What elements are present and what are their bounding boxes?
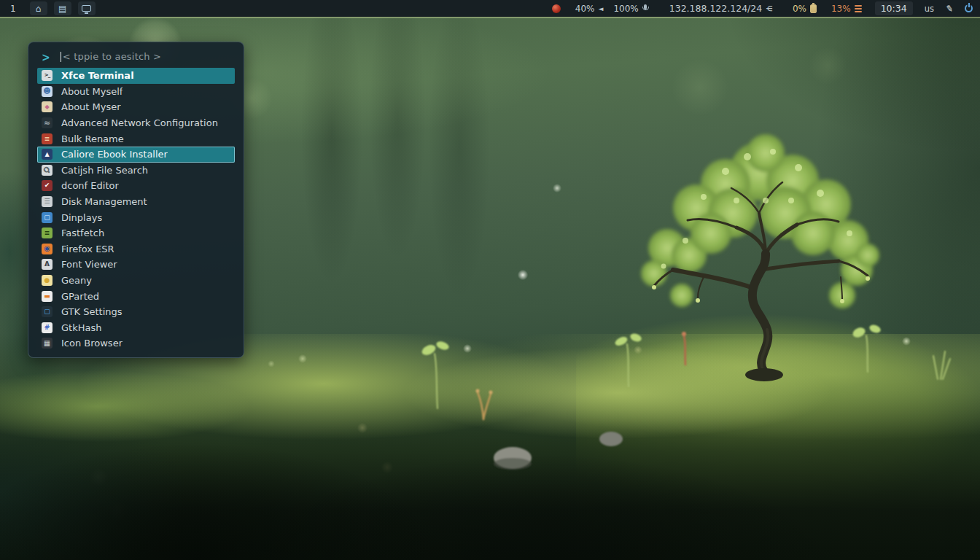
launcher-item-label: About Myser [61, 101, 121, 112]
battery-indicator[interactable]: 0% [793, 4, 817, 14]
ethernet-icon: Ψ [764, 5, 774, 12]
bulk-rename-icon [42, 133, 52, 144]
launcher-item-font-viewer[interactable]: Font Viewer [37, 257, 235, 273]
launcher-item-label: GtkHash [61, 322, 101, 333]
workspace-indicator[interactable]: 1 [7, 4, 19, 14]
search-placeholder: < tppie to aesitch > [63, 51, 161, 62]
display-settings-button[interactable] [78, 1, 96, 15]
photo-icon [42, 101, 52, 112]
launcher-item-calibre-ebook-installer[interactable]: Caliore Ebook Installer [37, 147, 235, 163]
launcher-item-label: dconf Editor [61, 180, 119, 191]
ip-address: 132.188.122.124/24 [669, 3, 762, 14]
menu-bars-icon [855, 5, 862, 12]
launcher-item-displays[interactable]: Dinplays [37, 209, 235, 225]
launcher-item-label: Firefox ESR [61, 244, 114, 254]
clock[interactable]: 10:34 [875, 1, 913, 15]
file-manager-icon: ▤ [58, 4, 66, 14]
launcher-item-gtk-settings[interactable]: GTK Settings [37, 304, 235, 320]
launcher-item-label: About Myself [61, 86, 122, 97]
volume-percent: 40% [575, 4, 595, 14]
calibre-icon [42, 149, 52, 160]
home-icon: ⌂ [36, 4, 42, 14]
usage-indicator[interactable]: 13% [831, 4, 862, 14]
home-launcher-button[interactable]: ⌂ [30, 1, 47, 15]
launcher-item-label: Catijsh File Search [61, 165, 148, 176]
user-icon [42, 86, 52, 97]
pencil-icon[interactable]: ✎ [945, 3, 954, 15]
file-manager-button[interactable]: ▤ [54, 1, 71, 15]
launcher-item-label: Xfce Terminal [61, 70, 134, 81]
prompt-arrow-icon: > [42, 50, 50, 63]
terminal-icon [42, 70, 52, 81]
top-panel: 1 ⌂ ▤ 40% ◄ 100% 132.188.122.124/24 Ψ 0%… [0, 0, 980, 17]
launcher-item-label: GParted [61, 291, 99, 302]
firefox-icon [42, 244, 52, 254]
launcher-item-catfish-file-search[interactable]: Catijsh File Search [37, 163, 235, 179]
launcher-item-xfce-terminal[interactable]: Xfce Terminal [37, 68, 235, 84]
launcher-item-label: Bulk Rename [61, 133, 124, 144]
microphone-icon [642, 4, 649, 12]
launcher-item-dconf-editor[interactable]: dconf Editor [37, 178, 235, 194]
dconf-icon [42, 180, 52, 191]
speaker-icon: ◄ [599, 5, 604, 12]
launcher-item-label: GTK Settings [61, 306, 122, 317]
usage-percent: 13% [831, 4, 851, 14]
launcher-item-gtkhash[interactable]: GtkHash [37, 320, 235, 336]
gparted-icon [42, 291, 52, 302]
disk-icon [42, 196, 52, 207]
launcher-item-advanced-network-configuration[interactable]: Advanced Network Configuration [37, 115, 235, 131]
launcher-item-disk-management[interactable]: Disk Management [37, 194, 235, 210]
power-icon[interactable] [965, 4, 973, 12]
launcher-item-label: Icon Browser [61, 338, 122, 349]
keyboard-layout-indicator[interactable]: us [925, 4, 934, 14]
launcher-item-label: Disk Management [61, 196, 147, 207]
launcher-item-label: Dinplays [61, 212, 102, 223]
network-indicator[interactable]: 132.188.122.124/24 Ψ [669, 3, 772, 14]
gtk-settings-icon [42, 306, 52, 317]
battery-icon [810, 4, 817, 13]
fastfetch-icon [42, 228, 52, 238]
launcher-item-geany[interactable]: Geany [37, 273, 235, 289]
launcher-item-fastfetch[interactable]: Fastfetch [37, 225, 235, 241]
monitor-icon [82, 5, 91, 12]
launcher-item-label: Font Viewer [61, 259, 117, 270]
volume-indicator[interactable]: 40% ◄ [575, 4, 604, 14]
launcher-item-about-myser[interactable]: About Myser [37, 99, 235, 115]
battery-percent: 0% [793, 4, 806, 14]
mic-percent: 100% [613, 4, 638, 14]
launcher-item-icon-browser[interactable]: Icon Browser [37, 335, 235, 351]
display-icon [42, 212, 52, 223]
gtkhash-icon [42, 322, 52, 333]
launcher-item-label: Geany [61, 275, 92, 286]
launcher-item-label: Caliore Ebook Installer [61, 149, 168, 160]
file-search-icon [42, 165, 52, 176]
launcher-search[interactable]: > < tppie to aesitch > [37, 47, 235, 68]
launcher-item-firefox-esr[interactable]: Firefox ESR [37, 241, 235, 257]
network-wings-icon [42, 117, 52, 128]
launcher-item-label: Advanced Network Configuration [61, 117, 218, 128]
tray-status-icon[interactable] [552, 4, 561, 13]
launcher-item-about-myself[interactable]: About Myself [37, 84, 235, 100]
app-launcher-menu: > < tppie to aesitch > Xfce Terminal Abo… [28, 42, 244, 358]
icon-browser-icon [42, 338, 52, 349]
launcher-item-label: Fastfetch [61, 228, 104, 238]
font-viewer-icon [42, 259, 52, 270]
launcher-item-gparted[interactable]: GParted [37, 288, 235, 304]
text-cursor [61, 52, 61, 62]
geany-icon [42, 275, 52, 286]
launcher-item-bulk-rename[interactable]: Bulk Rename [37, 131, 235, 147]
mic-indicator[interactable]: 100% [613, 4, 648, 14]
